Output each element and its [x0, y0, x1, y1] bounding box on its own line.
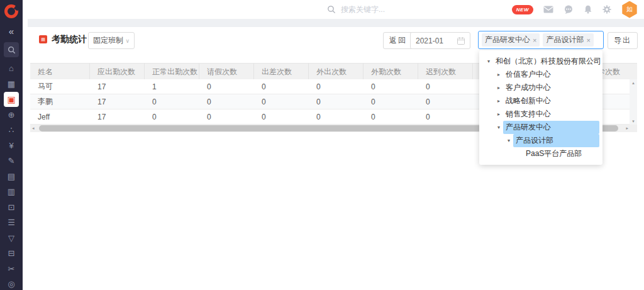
chevron-down-icon: ∨	[125, 38, 130, 44]
department-tag-label: 产品研发中心	[485, 35, 530, 45]
tree-node-label: 价值客户中心	[503, 68, 553, 81]
topbar: NEW 如	[23, 0, 644, 19]
cell-value: 0	[309, 113, 364, 121]
caret-right-icon[interactable]: ▸	[494, 72, 503, 77]
export-button[interactable]: 导出	[608, 32, 638, 49]
cell-value: 0	[364, 98, 418, 106]
sidebar-item-share-icon[interactable]: ∴	[4, 123, 19, 138]
tree-node[interactable]: ▾和创（北京）科技股份有限公司	[479, 55, 602, 68]
sidebar-item-building-icon[interactable]: ▥	[4, 184, 19, 199]
tree-node-label: 产品设计部	[513, 134, 599, 147]
sidebar-item-attendance-icon[interactable]: ▣	[4, 92, 19, 107]
sidebar-item-contacts-icon[interactable]: ⊡	[4, 199, 19, 215]
caret-down-icon[interactable]: ▾	[494, 125, 503, 130]
tag-remove-icon[interactable]: ×	[586, 36, 590, 44]
tree-node[interactable]: PaaS平台产品部	[479, 147, 602, 160]
tree-node[interactable]: ▸战略创新中心	[479, 94, 602, 108]
month-picker[interactable]: 2021-01	[410, 32, 470, 49]
scroll-right-icon[interactable]: ▸	[626, 126, 628, 130]
sidebar-item-tools-icon[interactable]: ✂	[4, 261, 19, 276]
scroll-down-icon[interactable]: ▾	[632, 119, 635, 123]
caret-down-icon[interactable]: ▾	[504, 138, 513, 143]
cell-value: 17	[90, 98, 145, 106]
cell-value: 17	[90, 113, 145, 121]
scroll-up-icon[interactable]: ▴	[632, 81, 635, 85]
column-header: 应出勤次数	[90, 64, 145, 79]
column-header: 迟到次数	[418, 64, 473, 79]
cell-value: 0	[418, 98, 473, 106]
cell-value: 0	[199, 82, 254, 91]
sidebar-modules: ⌂▦▣⊕∴¥✎▤▥⊡☰▽⊟✂◎☷	[4, 60, 19, 290]
sidebar-item-clipboard-icon[interactable]: ▤	[4, 169, 19, 184]
department-tag-label: 产品设计部	[546, 35, 584, 45]
caret-right-icon[interactable]: ▸	[494, 98, 503, 104]
column-header: 外勤次数	[364, 64, 418, 79]
department-tag: 产品设计部×	[543, 33, 593, 47]
bell-icon[interactable]	[584, 5, 592, 14]
cell-value: 0	[364, 82, 418, 91]
sidebar-search-button[interactable]	[4, 42, 19, 57]
column-header: 请假次数	[199, 64, 254, 79]
tree-node[interactable]: ▾产品设计部	[479, 134, 602, 147]
tree-node[interactable]: ▸客户成功中心	[479, 81, 602, 94]
caret-right-icon[interactable]: ▸	[494, 85, 503, 91]
search-input[interactable]	[341, 5, 460, 14]
department-multiselect[interactable]: 产品研发中心×产品设计部×	[478, 31, 604, 49]
cell-value: 0	[199, 113, 254, 121]
shift-type-select[interactable]: 固定班制 ∨	[88, 32, 135, 49]
page-title: 考勤统计	[52, 34, 87, 45]
search-icon	[8, 46, 16, 54]
month-picker-value: 2021-01	[416, 36, 443, 45]
sidebar-item-document-icon[interactable]: ✎	[4, 153, 19, 169]
mail-icon[interactable]	[543, 6, 553, 13]
sidebar-item-finance-icon[interactable]: ¥	[4, 138, 19, 153]
content-top-strip	[28, 19, 644, 27]
shift-type-value: 固定班制	[93, 35, 123, 46]
sidebar-item-home-icon[interactable]: ⌂	[4, 61, 19, 76]
cell-value: 0	[254, 113, 309, 121]
vertical-scrollbar[interactable]: ▴ ▾	[630, 79, 637, 125]
gear-icon[interactable]	[602, 5, 611, 14]
app-logo-icon[interactable]	[4, 4, 18, 18]
tree-node-label: PaaS平台产品部	[523, 147, 584, 160]
tree-node-label: 销售支持中心	[503, 108, 553, 121]
cell-value: 1	[145, 82, 199, 91]
cell-value: 0	[418, 113, 473, 121]
tree-node[interactable]: ▸销售支持中心	[479, 108, 602, 121]
sidebar-item-archive-icon[interactable]: ⊟	[4, 246, 19, 261]
topbar-icons: NEW 如	[512, 0, 638, 19]
department-tree-dropdown: ▾和创（北京）科技股份有限公司▸价值客户中心▸客户成功中心▸战略创新中心▸销售支…	[479, 50, 602, 165]
caret-down-icon[interactable]: ▾	[484, 59, 493, 64]
chat-icon[interactable]	[564, 5, 574, 14]
tree-node[interactable]: ▸价值客户中心	[479, 68, 602, 81]
scroll-left-icon[interactable]: ◂	[32, 126, 35, 130]
column-header: 出差次数	[254, 64, 309, 79]
column-header: 姓名	[30, 64, 90, 79]
cell-value: 0	[364, 113, 418, 121]
caret-right-icon[interactable]: ▸	[494, 111, 503, 117]
global-search	[327, 0, 460, 19]
tree-node[interactable]: ▾产品研发中心	[479, 121, 602, 134]
cell-name: 李鹏	[30, 96, 90, 107]
department-tag: 产品研发中心×	[482, 33, 540, 47]
sidebar-item-target-icon[interactable]: ◎	[4, 277, 19, 290]
column-header: 正常出勤次数	[145, 64, 199, 79]
tree-node-label: 产品研发中心	[503, 121, 599, 134]
cell-value: 0	[145, 113, 199, 121]
sidebar-item-calendar-icon[interactable]: ▦	[4, 76, 19, 91]
tag-remove-icon[interactable]: ×	[533, 36, 536, 44]
sidebar-collapse-icon[interactable]: «	[9, 26, 14, 36]
new-badge: NEW	[512, 5, 533, 14]
cell-value: 0	[145, 98, 199, 106]
cell-value: 0	[199, 98, 254, 106]
user-avatar[interactable]: 如	[621, 1, 638, 18]
sidebar-item-filter-icon[interactable]: ▽	[4, 230, 19, 245]
cell-name: 马可	[30, 81, 90, 92]
sidebar-item-schedule-icon[interactable]: ☰	[4, 215, 19, 230]
sidebar-item-compass-icon[interactable]: ⊕	[4, 107, 19, 122]
tree-node-label: 战略创新中心	[503, 94, 553, 108]
tree-node-label: 客户成功中心	[503, 81, 553, 94]
calendar-icon	[457, 37, 465, 45]
back-button[interactable]: 返回	[383, 32, 413, 49]
sidebar: « ⌂▦▣⊕∴¥✎▤▥⊡☰▽⊟✂◎☷	[0, 0, 23, 290]
